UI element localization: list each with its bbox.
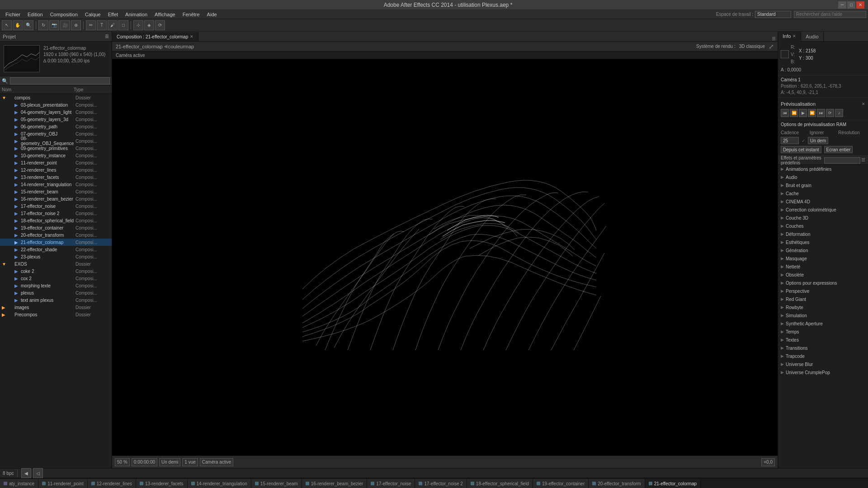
- ecran-btn[interactable]: Ecran entier: [824, 146, 853, 153]
- toolbar-rect[interactable]: □: [118, 20, 128, 30]
- toolbar-rot[interactable]: ↻: [38, 20, 48, 30]
- preview-section-close[interactable]: ✕: [862, 102, 865, 106]
- prev-loop[interactable]: ⟳: [826, 109, 834, 117]
- project-item[interactable]: ▶ 21-effector_colormap Composi...: [0, 239, 112, 246]
- toolbar-arrow[interactable]: ↖: [2, 20, 12, 30]
- effect-group-item[interactable]: ▶ Audio: [778, 173, 868, 181]
- prev-first[interactable]: ⏮: [781, 109, 789, 117]
- comp-ctrl2[interactable]: ◁: [33, 468, 43, 478]
- timeline-comp-tab[interactable]: 17-effector_noise: [367, 479, 415, 488]
- toolbar-pen[interactable]: ✏: [86, 20, 96, 30]
- project-item[interactable]: ▶ 18-effector_spherical_field Composi...: [0, 217, 112, 224]
- effect-group-item[interactable]: ▶ Universe Blur: [778, 360, 868, 368]
- project-item[interactable]: ▶ 23-plexus Composi...: [0, 253, 112, 260]
- timeline-comp-tab[interactable]: aty_instance: [0, 479, 38, 488]
- effect-group-item[interactable]: ▶ Cache: [778, 189, 868, 197]
- prev-forward[interactable]: ⏩: [808, 109, 816, 117]
- project-item[interactable]: ▶ 17-effector_noise 2 Composi...: [0, 210, 112, 217]
- project-item[interactable]: ▶ 09-geometry_primitives Composi...: [0, 145, 112, 152]
- effect-group-item[interactable]: ▶ Obsolète: [778, 271, 868, 279]
- timecode-viewer[interactable]: 0:00:00:00: [132, 458, 157, 466]
- toolbar-cam3[interactable]: ⊕: [71, 20, 81, 30]
- project-item[interactable]: ▶ 13-renderer_facets Composi...: [0, 174, 112, 181]
- tab-info-close[interactable]: ✕: [793, 34, 796, 38]
- toolbar-text[interactable]: T: [97, 20, 107, 30]
- effect-group-item[interactable]: ▶ Rowbyte: [778, 303, 868, 311]
- camera-view-select[interactable]: Caméra active: [200, 458, 233, 466]
- project-item[interactable]: ▶ 16-renderer_beam_bezier Composi...: [0, 195, 112, 202]
- prev-back[interactable]: ⏪: [790, 109, 798, 117]
- depuis-btn[interactable]: Depuis cet instant: [781, 146, 821, 153]
- project-item[interactable]: ▶ 08-geometry_OBJ_Sequence Composi...: [0, 137, 112, 145]
- menu-edition[interactable]: Edition: [24, 10, 47, 19]
- effect-group-item[interactable]: ▶ Simulation: [778, 311, 868, 319]
- timeline-comp-tab[interactable]: 14-renderer_triangulation: [188, 479, 251, 488]
- effects-menu[interactable]: ☰: [861, 157, 865, 164]
- project-tab[interactable]: Projet: [3, 34, 16, 39]
- maximize-button[interactable]: □: [847, 1, 855, 9]
- comp-tab-active[interactable]: Composition : 21-effector_colormap ✕: [112, 32, 198, 41]
- project-item[interactable]: ▶ 12-renderer_lines Composi...: [0, 166, 112, 174]
- toolbar-anchor[interactable]: ⊹: [133, 20, 143, 30]
- project-item[interactable]: ▶ 22-effector_shade Composi...: [0, 246, 112, 253]
- window-controls[interactable]: ─ □ ✕: [838, 1, 864, 9]
- effect-group-item[interactable]: ▶ Perspective: [778, 287, 868, 295]
- toolbar-brush[interactable]: 🖌: [108, 20, 118, 30]
- project-item[interactable]: ▶ images Dossier: [0, 304, 112, 311]
- effect-group-item[interactable]: ▶ Génération: [778, 246, 868, 254]
- project-item[interactable]: ▶ 04-geometry_layers_light Composi...: [0, 108, 112, 116]
- menu-fenetre[interactable]: Fenêtre: [179, 10, 203, 19]
- project-item[interactable]: ▶ text anim plexus Composi...: [0, 296, 112, 304]
- search-help-input[interactable]: [794, 11, 866, 18]
- viewer-expand-icon[interactable]: ⤢: [769, 43, 774, 50]
- project-item[interactable]: ▶ plexus Composi...: [0, 289, 112, 296]
- toolbar-zoom[interactable]: 🔍: [24, 20, 33, 30]
- timeline-comp-tab[interactable]: 20-effector_transform: [589, 479, 645, 488]
- project-menu-icon[interactable]: ☰: [105, 34, 109, 39]
- project-item[interactable]: ▶ 05-geometry_layers_3d Composi...: [0, 116, 112, 123]
- zoom-control[interactable]: 50 %: [115, 458, 130, 466]
- effect-group-item[interactable]: ▶ Netteté: [778, 263, 868, 271]
- timeline-comp-tab[interactable]: 15-renderer_beam: [251, 479, 302, 488]
- project-item[interactable]: ▶ Precompos Dossier: [0, 311, 112, 318]
- timeline-comp-tab[interactable]: 12-renderer_lines: [88, 479, 136, 488]
- timeline-comp-tab[interactable]: 19-effector_container: [533, 479, 589, 488]
- viewer-options-icon[interactable]: ☰: [770, 36, 778, 41]
- menu-aide[interactable]: Aide: [203, 10, 221, 19]
- toolbar-cam2[interactable]: 🎥: [60, 20, 70, 30]
- cadence-value[interactable]: 25: [781, 137, 799, 144]
- effect-group-item[interactable]: ▶ Couches: [778, 222, 868, 230]
- view-layout[interactable]: 1 vue: [182, 458, 198, 466]
- project-item[interactable]: ▼ compos Dossier: [0, 94, 112, 101]
- toolbar-cam[interactable]: 📷: [49, 20, 59, 30]
- project-item[interactable]: ▶ 14-renderer_triangulation Composi...: [0, 181, 112, 188]
- menu-effet[interactable]: Effet: [104, 10, 122, 19]
- resolution-value[interactable]: Un dem: [808, 137, 828, 144]
- toolbar-shape[interactable]: ◈: [144, 20, 154, 30]
- timeline-comp-tab[interactable]: 13-renderer_facets: [136, 479, 188, 488]
- effect-group-item[interactable]: ▶ Déformation: [778, 230, 868, 238]
- effect-group-item[interactable]: ▶ Textes: [778, 336, 868, 344]
- effect-group-item[interactable]: ▶ Esthétiques: [778, 238, 868, 246]
- effect-group-item[interactable]: ▶ CINEMA 4D: [778, 197, 868, 206]
- effect-group-item[interactable]: ▶ Animations prédéfinies: [778, 165, 868, 173]
- project-item[interactable]: ▶ 17-effector_noise Composi...: [0, 202, 112, 210]
- project-item[interactable]: ▶ 06-geometry_path Composi...: [0, 123, 112, 130]
- timeline-comp-tab[interactable]: 11-renderer_point: [38, 479, 88, 488]
- menu-animation[interactable]: Animation: [122, 10, 151, 19]
- timeline-comp-tab[interactable]: 16-renderer_beam_bezier: [302, 479, 368, 488]
- project-item[interactable]: ▶ morphing texte Composi...: [0, 282, 112, 289]
- project-item[interactable]: ▶ 19-effector_container Composi...: [0, 224, 112, 231]
- menu-affichage[interactable]: Affichage: [151, 10, 179, 19]
- effects-search[interactable]: [824, 157, 860, 164]
- effect-group-item[interactable]: ▶ Couche 3D: [778, 214, 868, 222]
- menu-fichier[interactable]: Fichier: [2, 10, 24, 19]
- prev-play[interactable]: ▶: [799, 109, 807, 117]
- project-item[interactable]: ▶ 20-effector_transform Composi...: [0, 231, 112, 239]
- comp-tab-close[interactable]: ✕: [190, 34, 193, 39]
- project-item[interactable]: ▶ 15-renderer_beam Composi...: [0, 188, 112, 195]
- tab-audio[interactable]: Audio: [801, 32, 823, 42]
- menu-composition[interactable]: Composition: [47, 10, 81, 19]
- effect-group-item[interactable]: ▶ Transitions: [778, 344, 868, 352]
- breadcrumb-comp[interactable]: 21-effector_colormap: [116, 44, 163, 49]
